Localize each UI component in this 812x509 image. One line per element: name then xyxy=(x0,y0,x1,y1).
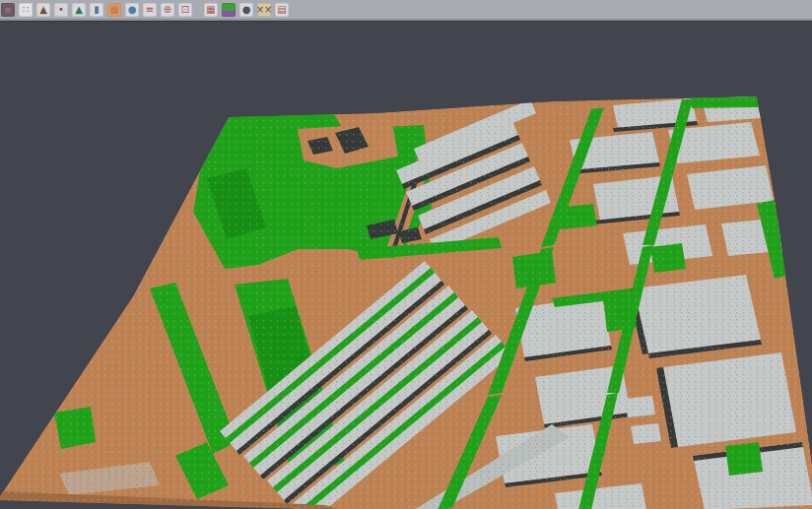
orthophoto-icon[interactable]: ▦ xyxy=(107,3,121,17)
red-checker-icon[interactable]: ▦ xyxy=(204,3,218,17)
colormap-icon[interactable] xyxy=(222,3,236,17)
viewport-panel xyxy=(0,21,812,509)
sphere-icon-glyph: ● xyxy=(242,3,251,17)
red-gear-icon-glyph: ⊕ xyxy=(164,3,171,17)
app-raster-icon[interactable]: ▪ xyxy=(1,3,15,17)
red-selection-icon[interactable]: ⊡ xyxy=(178,3,192,17)
red-checker-icon-glyph: ▦ xyxy=(206,3,215,17)
application-window: ▪∷▲•▲▮▦●≡⊕⊡▦●××▤ xyxy=(0,0,812,509)
3d-viewport[interactable] xyxy=(0,22,812,509)
landmarks-icon[interactable]: ×× xyxy=(257,3,271,17)
red-bars-icon[interactable]: ▤ xyxy=(275,3,289,17)
dem-terrain-icon-glyph: ▲ xyxy=(39,3,47,17)
profile-view-icon-glyph: ▮ xyxy=(94,3,100,17)
toolbar-separator xyxy=(196,3,204,17)
globe-icon[interactable]: ● xyxy=(125,3,139,17)
red-selection-icon-glyph: ⊡ xyxy=(181,3,189,17)
terrain-vegetation-icon[interactable]: ▲ xyxy=(72,3,86,17)
classify-points-icon-glyph: ∷ xyxy=(23,3,29,17)
terrain-vegetation-icon-glyph: ▲ xyxy=(75,3,83,17)
red-list-icon[interactable]: ≡ xyxy=(143,3,157,17)
dem-terrain-icon[interactable]: ▲ xyxy=(36,3,50,17)
point-marker-icon[interactable]: • xyxy=(54,3,68,17)
red-bars-icon-glyph: ▤ xyxy=(277,3,286,17)
toolbar: ▪∷▲•▲▮▦●≡⊕⊡▦●××▤ xyxy=(0,0,812,21)
pointcloud-noise-texture xyxy=(0,22,812,509)
app-raster-icon-glyph: ▪ xyxy=(5,3,12,17)
classify-points-icon[interactable]: ∷ xyxy=(19,3,33,17)
sphere-icon[interactable]: ● xyxy=(239,3,253,17)
terrain-mesh xyxy=(0,22,812,509)
profile-view-icon[interactable]: ▮ xyxy=(90,3,103,17)
point-marker-icon-glyph: • xyxy=(58,3,64,17)
globe-icon-glyph: ● xyxy=(128,3,137,17)
landmarks-icon-glyph: ×× xyxy=(256,3,273,17)
red-list-icon-glyph: ≡ xyxy=(146,3,154,17)
orthophoto-icon-glyph: ▦ xyxy=(109,3,118,17)
red-gear-icon[interactable]: ⊕ xyxy=(161,3,174,17)
